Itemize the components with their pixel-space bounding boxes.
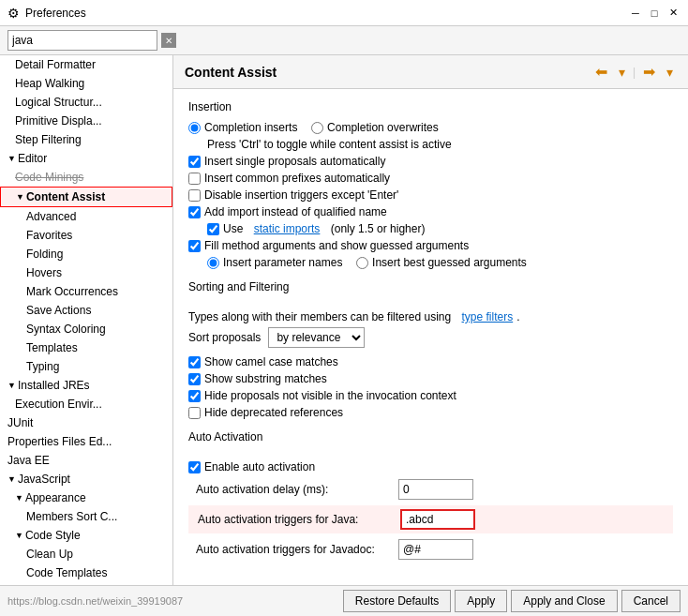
show-camel-checkbox[interactable]: [188, 356, 201, 368]
disable-triggers-label[interactable]: Disable insertion triggers except 'Enter…: [204, 188, 398, 202]
completion-overwrites-label[interactable]: Completion overwrites: [327, 121, 439, 134]
sidebar-item-save-actions[interactable]: Save Actions: [0, 301, 172, 320]
add-import-checkbox[interactable]: [188, 206, 201, 218]
insert-param-names-label[interactable]: Insert parameter names: [223, 256, 342, 269]
url-text: https://blog.csdn.net/weixin_39919087: [7, 595, 183, 607]
auto-activation-table: Auto activation delay (ms): Auto activat…: [188, 477, 673, 562]
sidebar-item-primitive-display[interactable]: Primitive Displa...: [0, 112, 172, 130]
aa-delay-input[interactable]: [398, 479, 473, 500]
fill-method-checkbox[interactable]: [188, 240, 201, 252]
sidebar-item-javascript[interactable]: ▼ JavaScript: [0, 470, 172, 488]
hide-not-visible-label[interactable]: Hide proposals not visible in the invoca…: [204, 389, 456, 402]
insert-single-checkbox[interactable]: [188, 156, 201, 168]
nav-back-button[interactable]: ⬅: [591, 61, 611, 83]
code-style-expand-arrow: ▼: [15, 527, 23, 544]
sidebar-item-mark-occurrences[interactable]: Mark Occurrences: [0, 282, 172, 301]
static-imports-checkbox[interactable]: [207, 223, 219, 235]
completion-inserts-label[interactable]: Completion inserts: [204, 121, 297, 134]
auto-activation-section-title: Auto Activation: [188, 430, 673, 443]
sidebar-item-appearance[interactable]: ▼ Appearance: [0, 488, 172, 507]
sidebar-item-clean-up[interactable]: Clean Up: [0, 545, 172, 563]
sidebar-item-favorites[interactable]: Favorites: [0, 226, 172, 245]
aa-java-row: Auto activation triggers for Java:: [188, 505, 673, 533]
apply-close-button[interactable]: Apply and Close: [511, 590, 617, 612]
aa-delay-label: Auto activation delay (ms):: [192, 483, 398, 496]
fill-method-args-row: Fill method arguments and show guessed a…: [188, 239, 673, 252]
sorting-section-divider: Sorting and Filtering: [188, 280, 673, 303]
sidebar-item-code-minings[interactable]: Code Minings: [0, 168, 172, 187]
sidebar-item-syntax-coloring[interactable]: Syntax Coloring: [0, 320, 172, 338]
insert-single-label[interactable]: Insert single proposals automatically: [204, 155, 385, 168]
code-minings-label: Code Minings: [15, 171, 83, 184]
enable-auto-activation-label[interactable]: Enable auto activation: [204, 460, 315, 473]
sidebar-item-members-sort[interactable]: Members Sort C...: [0, 507, 172, 526]
sidebar-item-step-filtering[interactable]: Step Filtering: [0, 130, 172, 149]
search-input[interactable]: [7, 30, 157, 51]
sidebar-item-detail-formatter[interactable]: Detail Formatter: [0, 55, 172, 74]
appearance-expand-arrow: ▼: [15, 489, 23, 506]
sidebar-item-logical-structure[interactable]: Logical Structur...: [0, 93, 172, 112]
insert-common-checkbox[interactable]: [188, 173, 201, 185]
apply-button[interactable]: Apply: [455, 590, 507, 612]
disable-triggers-checkbox[interactable]: [188, 189, 201, 202]
restore-defaults-button[interactable]: Restore Defaults: [343, 590, 451, 612]
show-camel-label[interactable]: Show camel case matches: [204, 355, 338, 368]
types-along-row: Types along with their members can be fi…: [188, 310, 673, 323]
insert-best-guessed-label[interactable]: Insert best guessed arguments: [372, 256, 527, 269]
show-substring-checkbox[interactable]: [188, 373, 201, 385]
content-assist-expand-arrow: ▼: [16, 188, 24, 205]
completion-overwrites-radio[interactable]: [311, 122, 323, 134]
static-imports-link[interactable]: static imports: [254, 222, 321, 235]
sidebar-item-editor[interactable]: ▼ Editor: [0, 149, 172, 168]
sidebar-item-code-templates[interactable]: Code Templates: [0, 563, 172, 582]
aa-java-input[interactable]: [400, 509, 475, 530]
static-imports-use-label[interactable]: Use: [223, 222, 243, 235]
sidebar-item-heap-walking[interactable]: Heap Walking: [0, 74, 172, 93]
fill-method-label[interactable]: Fill method arguments and show guessed a…: [204, 239, 469, 252]
editor-label: Editor: [18, 150, 47, 167]
sidebar-item-content-assist[interactable]: ▼ Content Assist: [0, 187, 172, 207]
hide-deprecated-label[interactable]: Hide deprecated references: [204, 406, 343, 419]
nav-separator: |: [633, 66, 636, 79]
sidebar-item-installed-jres[interactable]: ▼ Installed JREs: [0, 376, 172, 395]
show-substring-label[interactable]: Show substring matches: [204, 372, 327, 385]
sort-proposals-select[interactable]: by relevance alphabetically: [268, 327, 365, 348]
hide-deprecated-checkbox[interactable]: [188, 407, 201, 419]
static-imports-row: Use static imports (only 1.5 or higher): [188, 222, 673, 235]
cancel-button[interactable]: Cancel: [621, 590, 681, 612]
nav-forward-button[interactable]: ➡: [639, 61, 659, 83]
minimize-button[interactable]: ─: [628, 6, 643, 21]
content-assist-label: Content Assist: [26, 188, 105, 205]
sidebar-item-advanced[interactable]: Advanced: [0, 207, 172, 226]
hide-not-visible-checkbox[interactable]: [188, 390, 201, 402]
sidebar-item-folding[interactable]: Folding: [0, 245, 172, 263]
sidebar-item-execution-envir[interactable]: Execution Envir...: [0, 395, 172, 413]
types-along-note: Types along with their members can be fi…: [188, 310, 451, 323]
aa-java-label: Auto activation triggers for Java:: [194, 513, 400, 526]
close-button[interactable]: ✕: [666, 6, 681, 21]
sidebar-item-properties-files-ed[interactable]: Properties Files Ed...: [0, 432, 172, 451]
insert-param-names-radio[interactable]: [207, 257, 219, 269]
panel-title: Content Assist: [185, 65, 277, 80]
insert-common-label[interactable]: Insert common prefixes automatically: [204, 172, 390, 185]
completion-inserts-radio[interactable]: [188, 122, 201, 134]
aa-javadoc-input[interactable]: [398, 539, 473, 560]
search-bar: ✕: [0, 26, 688, 55]
type-filters-link[interactable]: type filters: [462, 310, 514, 323]
insert-best-guessed-radio[interactable]: [356, 257, 368, 269]
installed-jres-expand-arrow: ▼: [7, 377, 16, 394]
maximize-button[interactable]: □: [647, 6, 662, 21]
sidebar-item-typing[interactable]: Typing: [0, 357, 172, 376]
search-clear-button[interactable]: ✕: [161, 33, 176, 48]
sidebar-item-java-ee[interactable]: Java EE: [0, 451, 172, 470]
appearance-label: Appearance: [25, 489, 86, 506]
sidebar-item-hovers[interactable]: Hovers: [0, 263, 172, 282]
add-import-label[interactable]: Add import instead of qualified name: [204, 205, 387, 218]
insert-common-row: Insert common prefixes automatically: [188, 172, 673, 185]
sidebar-item-code-style[interactable]: ▼ Code Style: [0, 526, 172, 545]
sidebar-item-junit[interactable]: JUnit: [0, 413, 172, 432]
enable-auto-activation-checkbox[interactable]: [188, 461, 201, 473]
nav-dropdown-button[interactable]: ▾: [615, 63, 629, 82]
sidebar-item-templates[interactable]: Templates: [0, 338, 172, 357]
nav-forward-dropdown-button[interactable]: ▾: [663, 63, 677, 82]
